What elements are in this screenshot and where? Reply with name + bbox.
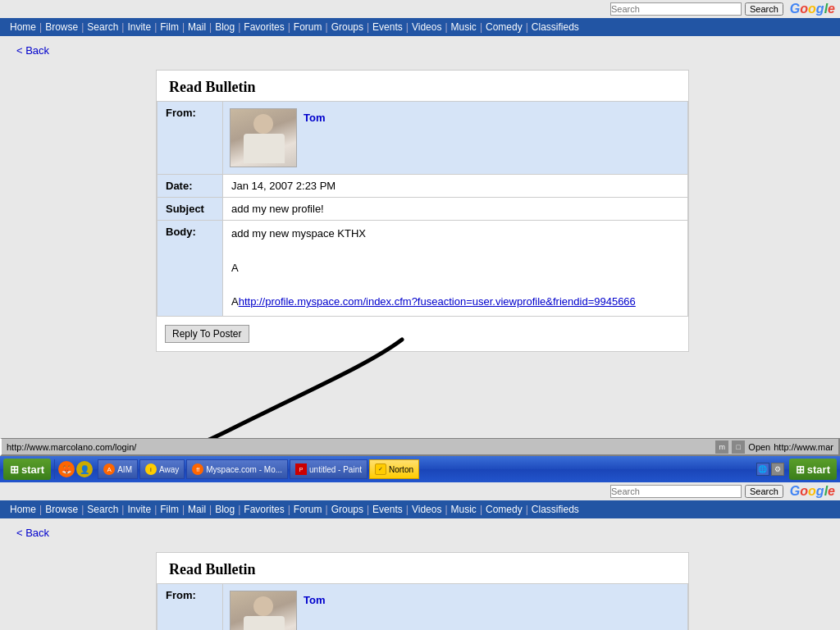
aim-icon: A xyxy=(103,463,115,475)
body-value-cell: add my new myspace KTHX A Ahttp://profil… xyxy=(223,221,688,317)
date-row: Date: Jan 14, 2007 2:23 PM xyxy=(158,175,688,198)
nav-bar-top: Home | Browse | Search | Invite | Film |… xyxy=(0,18,840,36)
google-search-button[interactable]: Search xyxy=(745,2,783,16)
status-icon-box: □ xyxy=(732,441,745,454)
nav-favorites-2[interactable]: Favorites xyxy=(240,504,287,515)
away-label: Away xyxy=(159,465,179,474)
away-button[interactable]: i Away xyxy=(139,459,185,479)
norton-label: Norton xyxy=(389,465,413,474)
firefox-icon2: 👤 xyxy=(76,461,93,477)
taskbar-divider xyxy=(54,459,55,479)
nav-film-2[interactable]: Film xyxy=(157,504,182,515)
paint-icon: P xyxy=(295,463,307,475)
date-value: Jan 14, 2007 2:23 PM xyxy=(223,175,688,198)
from-label-2: From: xyxy=(158,584,223,631)
from-value-cell: Tom xyxy=(223,102,688,175)
bulletin-table-2: From: Tom xyxy=(157,583,688,630)
date-label: Date: xyxy=(158,175,223,198)
norton-button[interactable]: ✓ Norton xyxy=(369,459,419,479)
from-row-2: From: Tom xyxy=(158,584,688,631)
body-line2: A xyxy=(231,260,679,277)
myspace-icon: ff xyxy=(192,463,203,475)
nav-favorites[interactable]: Favorites xyxy=(240,21,287,33)
google-logo-2: Google xyxy=(790,484,835,499)
from-name-link[interactable]: Tom xyxy=(304,112,325,124)
nav-invite-2[interactable]: Invite xyxy=(124,504,154,515)
tray-icon-1: 🌐 xyxy=(756,463,769,476)
start-icon: ⊞ xyxy=(10,463,19,476)
from-label: From: xyxy=(158,102,223,175)
google-bar-2: Search Google xyxy=(0,482,840,500)
nav-search-2[interactable]: Search xyxy=(84,504,121,515)
paint-button[interactable]: P untitled - Paint xyxy=(290,459,368,479)
nav-music[interactable]: Music xyxy=(448,21,480,33)
bulletin-container-2: Read Bulletin From: Tom xyxy=(156,552,689,630)
address-right-text: http://www.mar xyxy=(774,442,833,452)
nav-music-2[interactable]: Music xyxy=(448,504,480,515)
nav-browse-2[interactable]: Browse xyxy=(42,504,81,515)
nav-browse[interactable]: Browse xyxy=(42,21,81,33)
body-row: Body: add my new myspace KTHX A Ahttp://… xyxy=(158,221,688,317)
nav-comedy-2[interactable]: Comedy xyxy=(482,504,526,515)
page-wrapper: Search Google Home | Browse | Search | I… xyxy=(0,0,840,630)
nav-videos-2[interactable]: Videos xyxy=(409,504,445,515)
from-value-cell-2: Tom xyxy=(223,584,688,631)
nav-home-2[interactable]: Home xyxy=(7,504,39,515)
body-link-prefix: A xyxy=(231,295,239,308)
nav-classifieds[interactable]: Classifieds xyxy=(528,21,582,33)
start-icon-right: ⊞ xyxy=(796,463,805,476)
nav-film[interactable]: Film xyxy=(157,21,182,33)
nav-videos[interactable]: Videos xyxy=(409,21,445,33)
start-button-right[interactable]: ⊞ start xyxy=(789,459,837,480)
nav-groups[interactable]: Groups xyxy=(328,21,367,33)
google-search-input[interactable] xyxy=(610,2,742,16)
taskbar-tray: 🌐 ⚙ xyxy=(756,463,784,476)
body-content: add my new myspace KTHX A Ahttp://profil… xyxy=(231,226,679,311)
nav-forum[interactable]: Forum xyxy=(290,21,326,33)
paint-label: untitled - Paint xyxy=(309,465,362,474)
myspace-button[interactable]: ff Myspace.com - Mo... xyxy=(186,459,288,479)
start-button[interactable]: ⊞ start xyxy=(3,459,51,480)
google-search-button-2[interactable]: Search xyxy=(745,485,783,498)
back-link[interactable]: < Back xyxy=(16,44,49,57)
bulletin-container: Read Bulletin From: Tom xyxy=(156,70,689,352)
bulletin-table: From: Tom xyxy=(157,101,688,317)
nav-events[interactable]: Events xyxy=(369,21,406,33)
firefox-icon: 🦊 xyxy=(58,461,75,477)
taskbar: ⊞ start 🦊 👤 A AIM i Away ff Myspace.com … xyxy=(0,456,840,482)
body-line1: add my new myspace KTHX xyxy=(231,226,679,243)
bulletin-title: Read Bulletin xyxy=(157,71,688,101)
google-bar: Search Google xyxy=(0,0,840,18)
nav-blog[interactable]: Blog xyxy=(212,21,238,33)
google-logo: Google xyxy=(790,2,835,16)
nav-events-2[interactable]: Events xyxy=(369,504,406,515)
google-search-input-2[interactable] xyxy=(610,485,742,498)
nav-mail-2[interactable]: Mail xyxy=(185,504,209,515)
from-name-link-2[interactable]: Tom xyxy=(304,594,325,606)
start-label: start xyxy=(21,463,44,476)
myspace-label: Myspace.com - Mo... xyxy=(206,465,282,474)
nav-invite[interactable]: Invite xyxy=(124,21,154,33)
nav-mail[interactable]: Mail xyxy=(185,21,209,33)
address-bar: http://www.marcolano.com/login/ m □ Open… xyxy=(0,438,840,456)
nav-groups-2[interactable]: Groups xyxy=(328,504,367,515)
away-icon: i xyxy=(145,463,157,475)
subject-label: Subject xyxy=(158,198,223,221)
subject-row: Subject add my new profile! xyxy=(158,198,688,221)
nav-forum-2[interactable]: Forum xyxy=(290,504,326,515)
from-row: From: Tom xyxy=(158,102,688,175)
tray-icon-2: ⚙ xyxy=(771,463,784,476)
body-link[interactable]: http://profile.myspace.com/index.cfm?fus… xyxy=(239,295,636,308)
reply-to-poster-button[interactable]: Reply To Poster xyxy=(165,325,249,343)
aim-button[interactable]: A AIM xyxy=(98,459,138,479)
main-content-bottom: < Back Read Bulletin From: Tom xyxy=(0,518,840,630)
nav-classifieds-2[interactable]: Classifieds xyxy=(528,504,582,515)
address-text: http://www.marcolano.com/login/ xyxy=(7,442,136,452)
nav-blog-2[interactable]: Blog xyxy=(212,504,238,515)
nav-search[interactable]: Search xyxy=(84,21,121,33)
nav-home[interactable]: Home xyxy=(7,21,39,33)
back-link-2[interactable]: < Back xyxy=(16,527,49,539)
aim-label: AIM xyxy=(117,465,132,474)
nav-bar-bottom: Home | Browse | Search | Invite | Film |… xyxy=(0,500,840,518)
nav-comedy[interactable]: Comedy xyxy=(482,21,526,33)
